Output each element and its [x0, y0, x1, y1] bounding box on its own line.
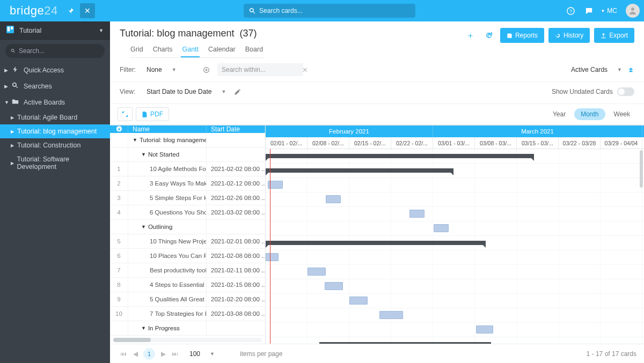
collapse-panel-icon[interactable]	[627, 65, 634, 74]
sidebar-group-0[interactable]: ▶Quick Access	[0, 62, 110, 78]
gantt-timeline-row[interactable]	[266, 279, 644, 294]
sidebar-group-2[interactable]: ▼Active Boards	[0, 94, 110, 110]
task-bar[interactable]	[308, 268, 326, 276]
name-column-header[interactable]: Name	[128, 125, 207, 133]
task-bar[interactable]	[325, 282, 343, 290]
pagesize-select[interactable]: 100▼	[189, 347, 238, 360]
add-filter-icon[interactable]	[200, 64, 212, 76]
gantt-task-row[interactable]: 110 Agile Methods For ...2021-02-02 08:0…	[110, 162, 265, 176]
pager-first[interactable]: ⏮	[118, 348, 129, 360]
gantt-group-row[interactable]: ▼Not Started	[110, 147, 265, 162]
avatar[interactable]	[626, 4, 640, 18]
week-header: 03/01 - 03/...	[433, 137, 475, 149]
workspace-label: Tutorial	[19, 27, 41, 34]
sidebar-board-1[interactable]: ▶Tutorial: blog management	[0, 124, 110, 138]
pager-next[interactable]: ▶	[157, 348, 169, 360]
pager-last[interactable]: ⏭	[169, 348, 181, 360]
task-bar[interactable]	[349, 297, 368, 305]
help-icon[interactable]: ?	[564, 4, 577, 17]
task-bar[interactable]	[476, 325, 493, 334]
gantt-group-row[interactable]: ▼Tutorial: blog management	[110, 133, 265, 147]
pdf-button[interactable]: PDF	[136, 107, 169, 121]
chat-icon[interactable]	[582, 4, 595, 17]
sidebar-search-input[interactable]	[19, 47, 99, 55]
gantt-task-row[interactable]: 7Best productivity tool...2021-02-11 08:…	[110, 263, 265, 278]
gantt-group-row[interactable]: ▼In Progress	[110, 321, 265, 336]
search-within[interactable]: ✕	[217, 63, 303, 76]
gantt-task-row[interactable]: 107 Top Strategies for D...2021-03-08 08…	[110, 307, 265, 321]
reports-button[interactable]: Reports	[500, 28, 544, 43]
gantt-timeline-row[interactable]	[266, 250, 644, 265]
pager-current[interactable]: 1	[143, 348, 155, 360]
task-bar[interactable]	[326, 195, 341, 203]
gantt-timeline-row[interactable]	[266, 149, 644, 164]
history-button[interactable]: History	[548, 28, 590, 43]
user-menu[interactable]: ▼MC	[601, 7, 617, 14]
gantt-task-row[interactable]: 510 Things New Projec...2021-02-01 08:00…	[110, 234, 265, 249]
gantt-timeline-row[interactable]	[266, 323, 644, 337]
export-button[interactable]: Export	[594, 28, 634, 43]
sidebar-board-0[interactable]: ▶Tutorial: Agile Board	[0, 110, 110, 124]
refresh-button[interactable]	[482, 28, 496, 42]
gantt-timeline-row[interactable]	[266, 207, 644, 221]
card-state-select[interactable]: Active Cards▼	[571, 63, 622, 76]
week-header: 03/15 - 03/...	[517, 137, 559, 149]
edit-view-icon[interactable]	[231, 86, 243, 98]
global-search-input[interactable]	[259, 7, 410, 14]
task-bar[interactable]	[409, 210, 425, 218]
tab-board[interactable]: Board	[244, 42, 264, 57]
workspace-selector[interactable]: Tutorial ▼	[0, 21, 110, 40]
gantt-task-row[interactable]: 46 Questions You Sho...2021-03-02 08:00 …	[110, 205, 265, 220]
pin-icon[interactable]	[63, 3, 78, 18]
svg-text:?: ?	[569, 9, 572, 14]
undated-toggle[interactable]	[617, 87, 634, 96]
gantt-timeline-row[interactable]	[266, 337, 644, 344]
search-icon	[249, 8, 256, 14]
fullscreen-button[interactable]	[118, 107, 133, 121]
start-date-column-header[interactable]: Start Date	[207, 125, 265, 133]
add-button[interactable]: ＋	[464, 28, 478, 42]
sidebar-group-1[interactable]: ▶Searches	[0, 78, 110, 94]
gantt-timeline-row[interactable]	[266, 221, 644, 236]
gantt-task-row[interactable]: 95 Qualities All Great L...2021-02-20 08…	[110, 292, 265, 307]
filter-select[interactable]: None▼	[147, 63, 195, 76]
gantt-timeline-row[interactable]	[266, 236, 644, 250]
task-bar[interactable]	[434, 224, 449, 232]
search-within-input[interactable]	[222, 66, 302, 73]
search-icon	[11, 48, 16, 54]
left-horizontal-scrollbar[interactable]	[113, 338, 262, 342]
vertical-scrollbar[interactable]	[640, 150, 643, 188]
zoom-month[interactable]: Month	[574, 108, 605, 120]
tab-charts[interactable]: Charts	[152, 42, 174, 57]
zoom-year[interactable]: Year	[546, 108, 572, 120]
gantt-task-row[interactable]: 23 Easy Ways To Make...2021-02-12 08:00 …	[110, 176, 265, 191]
tab-grid[interactable]: Grid	[129, 42, 144, 57]
gantt-timeline-row[interactable]	[266, 192, 644, 207]
global-search[interactable]	[244, 4, 415, 18]
tab-calendar[interactable]: Calendar	[207, 42, 237, 57]
settings-column[interactable]	[110, 125, 128, 133]
pager: ⏮ ◀ 1 ▶ ⏭ 100▼ items per page 1 - 17 of …	[110, 344, 644, 363]
collapse-sidebar-icon[interactable]: ✕	[80, 3, 95, 18]
gantt-group-row[interactable]: ▼Outlining	[110, 220, 265, 234]
gantt-timeline-row[interactable]	[266, 178, 644, 192]
gantt-task-row[interactable]: 35 Simple Steps For H...2021-02-26 08:00…	[110, 191, 265, 205]
gantt-task-row[interactable]: 84 Steps to Essential t...2021-02-15 08:…	[110, 278, 265, 292]
task-bar[interactable]	[266, 253, 279, 261]
gantt-timeline-row[interactable]	[266, 265, 644, 279]
gantt-task-row[interactable]: 610 Places You Can Pr...2021-02-08 08:00…	[110, 249, 265, 263]
sidebar-board-2[interactable]: ▶Tutorial: Construction	[0, 138, 110, 152]
week-header: 03/22 - 03/28	[559, 137, 601, 149]
task-bar[interactable]	[379, 311, 403, 319]
gantt-timeline-row[interactable]	[266, 164, 644, 178]
clear-search-icon[interactable]: ✕	[302, 66, 308, 74]
zoom-week[interactable]: Week	[608, 108, 636, 120]
gantt-timeline-row[interactable]	[266, 308, 644, 323]
gantt-timeline-row[interactable]	[266, 294, 644, 308]
tab-gantt[interactable]: Gantt	[181, 42, 200, 57]
sidebar-board-3[interactable]: ▶Tutorial: Software Development	[0, 152, 110, 174]
sidebar-search[interactable]	[5, 44, 105, 58]
view-select[interactable]: Start Date to Due Date▼	[147, 85, 226, 98]
undated-label: Show Undated Cards	[552, 88, 613, 95]
pager-prev[interactable]: ◀	[129, 348, 141, 360]
